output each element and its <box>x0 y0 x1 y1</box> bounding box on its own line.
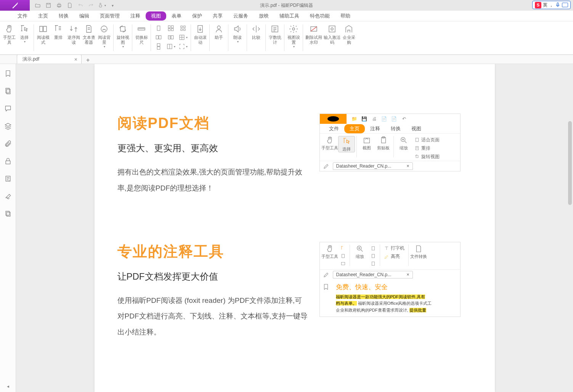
read-background-button[interactable]: 阅读背景▾ <box>96 24 112 48</box>
hand-tool-button[interactable]: 手型工具 <box>2 24 17 45</box>
ime-engine-icon: S <box>535 2 541 8</box>
read-aloud-button[interactable]: 朗读▾ <box>230 24 245 43</box>
sidebar-layers-button[interactable] <box>4 122 12 130</box>
mock2-fit-small <box>371 245 376 252</box>
menu-file[interactable]: 文件 <box>12 11 33 21</box>
mock-hand-tool: 手型工具 <box>321 136 338 150</box>
single-page-button[interactable] <box>153 24 164 33</box>
open-button[interactable] <box>33 1 43 10</box>
sidebar-pages-button[interactable] <box>4 87 12 95</box>
ruler-toggle-button[interactable]: 切换标尺 <box>134 24 149 45</box>
mock-fit-page: 适合页面 <box>414 136 440 144</box>
menu-annotate[interactable]: 注释 <box>125 11 146 21</box>
page-canvas[interactable]: 阅读PDF文档 更强大、更实用、更高效 拥有出色的文档渲染效果,强大的页面管理功… <box>16 64 573 392</box>
svg-rect-50 <box>372 262 374 265</box>
sidebar-security-button[interactable] <box>4 157 12 165</box>
title-bar: ▾ ▾ 演示.pdf - 福昕PDF编辑器 S 英 ， <box>0 0 573 11</box>
left-sidebar: ◂ <box>0 64 16 392</box>
add-tab-button[interactable]: + <box>82 57 94 64</box>
touch-mode-button[interactable]: ▾ <box>97 1 107 10</box>
svg-rect-6 <box>120 27 125 31</box>
mock2-doc-tab: Datasheet_Reader_CN.p...× <box>333 271 413 278</box>
continuous-button[interactable] <box>153 42 164 51</box>
menu-page-manage[interactable]: 页面管理 <box>95 11 125 21</box>
sidebar-form-button[interactable] <box>4 174 12 183</box>
svg-rect-38 <box>364 138 369 143</box>
svg-rect-10 <box>159 36 161 39</box>
select-tool-button[interactable]: 选择▾ <box>17 24 32 43</box>
menu-cloud[interactable]: 云服务 <box>228 11 254 21</box>
sidebar-stamp-button[interactable] <box>4 210 12 218</box>
mock-pencil-icon <box>323 163 330 170</box>
quick-access-toolbar: ▾ ▾ <box>30 1 117 10</box>
menu-protect[interactable]: 保护 <box>187 11 207 21</box>
save-button[interactable] <box>43 1 53 10</box>
auto-scroll-button[interactable]: 自动滚动 <box>193 24 208 45</box>
ime-lang-label: 英 <box>543 2 547 8</box>
menu-convert[interactable]: 转换 <box>53 11 74 21</box>
svg-rect-48 <box>372 247 374 250</box>
menu-home[interactable]: 主页 <box>33 11 53 21</box>
mock-menu-home: 主页 <box>344 124 365 133</box>
app-logo-container[interactable] <box>0 0 30 11</box>
menu-form[interactable]: 表单 <box>166 11 187 21</box>
close-tab-icon[interactable]: × <box>74 56 77 62</box>
sidebar-comments-button[interactable] <box>4 104 12 113</box>
mock2-fit3-small <box>371 260 376 267</box>
mock2-text-1: 福昕阅读器采用Office风格的选项卡式工 <box>358 301 432 306</box>
thumbnail-button[interactable] <box>178 24 188 33</box>
svg-rect-22 <box>181 29 183 31</box>
menu-present[interactable]: 放映 <box>254 11 274 21</box>
mock-select-tool: 选择 <box>338 136 355 152</box>
text-viewer-button[interactable]: 文本查看器 <box>81 24 96 45</box>
app-logo-icon <box>11 2 19 9</box>
rearrange-button[interactable]: 重排 <box>51 24 66 40</box>
sidebar-collapse-button[interactable]: ◂ <box>7 384 9 389</box>
pdf-page: 阅读PDF文档 更强大、更实用、更高效 拥有出色的文档渲染效果,强大的页面管理功… <box>95 64 495 392</box>
mock-menu-annotate: 注释 <box>365 124 385 133</box>
fit-button[interactable]: ▾ <box>178 42 188 51</box>
menu-help[interactable]: 帮助 <box>335 11 356 21</box>
scrollbar-thumb[interactable] <box>568 121 572 205</box>
read-mode-button[interactable]: 阅读模式 <box>35 24 51 45</box>
menu-assist[interactable]: 辅助工具 <box>274 11 305 21</box>
menu-special[interactable]: 特色功能 <box>305 11 335 21</box>
menu-edit[interactable]: 编辑 <box>74 11 95 21</box>
reverse-read-button[interactable]: 逆序阅读 <box>66 24 81 45</box>
redo-button[interactable] <box>86 1 96 10</box>
facing-button[interactable] <box>153 33 164 42</box>
sidebar-signature-button[interactable] <box>4 192 12 200</box>
tile-button[interactable]: ▾ <box>178 33 188 42</box>
rotate-view-button[interactable]: 旋转视图▾ <box>115 24 130 48</box>
word-count-button[interactable]: 字数统计 <box>267 24 282 45</box>
qat-customize-button[interactable]: ▾ <box>108 1 117 10</box>
section-1-body: 拥有出色的文档渲染效果,强大的页面管理功能,帮助提升效率,是您阅读PDF的理想选… <box>117 164 308 196</box>
layout-small-group <box>152 24 165 51</box>
assistant-button[interactable]: 助手 <box>211 24 226 40</box>
menu-view[interactable]: 视图 <box>146 11 166 21</box>
svg-point-5 <box>101 26 107 32</box>
enterprise-button[interactable]: 企业采购 <box>341 24 356 45</box>
sidebar-attachments-button[interactable] <box>4 139 12 148</box>
mock2-content-heading: 免费、快速、安全 <box>336 283 432 291</box>
mock2-highlight-3: 提供批量 <box>409 308 426 312</box>
split-view-button[interactable]: ▾ <box>165 42 176 51</box>
undo-button[interactable] <box>75 1 85 10</box>
svg-rect-34 <box>6 161 10 164</box>
cont-facing-button[interactable] <box>165 24 176 33</box>
compare-button[interactable]: 比较 <box>249 24 264 40</box>
blank-page-button[interactable] <box>65 1 75 10</box>
ime-indicator[interactable]: S 英 ， <box>532 1 571 9</box>
sidebar-bookmark-button[interactable] <box>4 69 12 78</box>
print-button[interactable] <box>54 1 64 10</box>
enter-activation-button[interactable]: 输入激活码 <box>323 24 341 45</box>
vertical-scrollbar[interactable] <box>568 64 572 392</box>
menu-share[interactable]: 共享 <box>207 11 228 21</box>
view-settings-button[interactable]: 视图设置▾ <box>286 24 301 48</box>
svg-rect-9 <box>156 36 158 39</box>
svg-rect-0 <box>47 3 51 8</box>
layout-small-group-2: ▾ <box>165 24 177 51</box>
document-tab[interactable]: 演示.pdf × <box>17 54 82 64</box>
cover-page-button[interactable] <box>165 33 176 42</box>
remove-trial-watermark-button[interactable]: 删除试用水印 <box>305 24 323 45</box>
